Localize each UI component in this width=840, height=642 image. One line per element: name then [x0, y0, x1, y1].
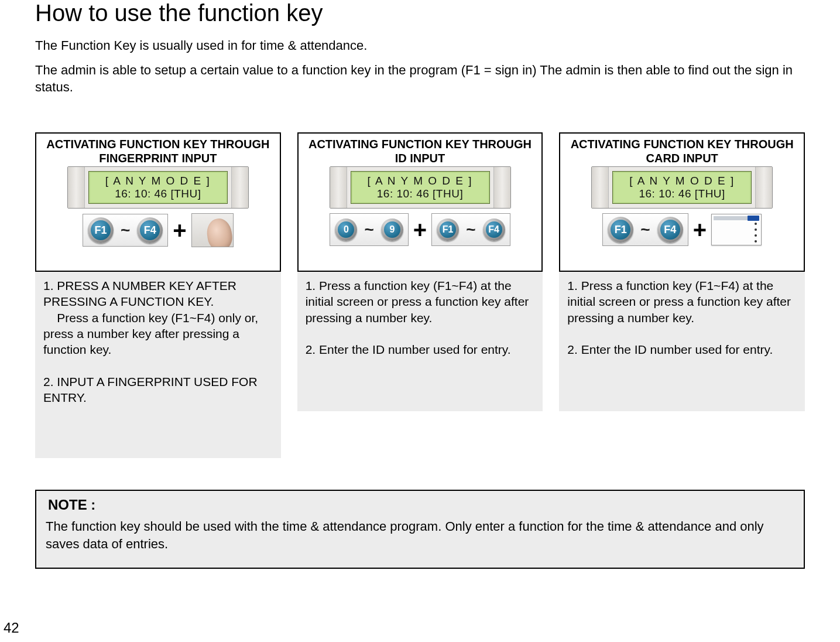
key-f4: F4 [137, 217, 163, 243]
column-id: ACTIVATING FUNCTION KEY THROUGH ID INPUT… [297, 132, 543, 458]
tilde-icon: ~ [638, 220, 652, 239]
page-title: How to use the function key [35, 0, 805, 26]
lcd-device: [ A N Y M O D E ] 16: 10: 46 [THU] [591, 166, 773, 209]
keygroup-0-9: 0 ~ 9 [330, 213, 408, 246]
lcd-screen: [ A N Y M O D E ] 16: 10: 46 [THU] [351, 171, 490, 204]
key-9: 9 [381, 218, 403, 241]
lcd-line1: [ A N Y M O D E ] [629, 175, 735, 187]
page-number: 42 [4, 620, 19, 636]
lcd-line2: 16: 10: 46 [THU] [377, 187, 463, 200]
panel-card: ACTIVATING FUNCTION KEY THROUGH CARD INP… [559, 132, 805, 272]
keygroup-f1-f4: F1 ~ F4 [602, 213, 688, 246]
lcd-screen: [ A N Y M O D E ] 16: 10: 46 [THU] [88, 171, 228, 204]
card-dots-icon [755, 223, 759, 243]
plus-icon: + [692, 218, 708, 241]
note-box: NOTE : The function key should be used w… [35, 490, 805, 569]
key-f4: F4 [657, 217, 683, 243]
lcd-line2: 16: 10: 46 [THU] [639, 187, 725, 200]
lcd-screen: [ A N Y M O D E ] 16: 10: 46 [THU] [612, 171, 752, 204]
plus-icon: + [172, 218, 187, 242]
intro-paragraph-1: The Function Key is usually used in for … [35, 37, 805, 54]
lcd-device: [ A N Y M O D E ] 16: 10: 46 [THU] [330, 166, 511, 209]
key-f4: F4 [483, 218, 505, 241]
key-f4-label: F4 [486, 221, 502, 238]
lcd-line1: [ A N Y M O D E ] [367, 175, 472, 187]
columns: ACTIVATING FUNCTION KEY THROUGH FINGERPR… [35, 132, 805, 458]
id-card-icon [711, 214, 762, 245]
panel-title-card: ACTIVATING FUNCTION KEY THROUGH CARD INP… [564, 137, 800, 165]
plus-icon: + [412, 218, 428, 241]
lcd-device: [ A N Y M O D E ] 16: 10: 46 [THU] [67, 166, 249, 209]
column-fingerprint: ACTIVATING FUNCTION KEY THROUGH FINGERPR… [35, 132, 281, 458]
key-f1: F1 [88, 217, 114, 243]
panel-title-id: ACTIVATING FUNCTION KEY THROUGH ID INPUT [302, 137, 539, 165]
panel-fingerprint: ACTIVATING FUNCTION KEY THROUGH FINGERPR… [35, 132, 281, 272]
fingerprint-icon [191, 213, 234, 247]
tilde-icon: ~ [118, 221, 132, 240]
panel-title-fingerprint: ACTIVATING FUNCTION KEY THROUGH FINGERPR… [40, 137, 276, 165]
steps-fingerprint: 1. PRESS A NUMBER KEY AFTER PRESSING A F… [35, 272, 281, 458]
key-0: 0 [335, 218, 357, 241]
key-9-label: 9 [384, 221, 400, 238]
lcd-line1: [ A N Y M O D E ] [105, 175, 211, 187]
keygroup-f1-f4: F1 ~ F4 [83, 214, 168, 247]
page: How to use the function key The Function… [0, 0, 840, 642]
key-f1-label: F1 [91, 220, 111, 240]
card-brand-icon [748, 216, 759, 221]
intro-paragraph-2: The admin is able to setup a certain val… [35, 62, 805, 96]
tilde-icon: ~ [362, 220, 376, 239]
key-f4-label: F4 [660, 220, 680, 240]
tilde-icon: ~ [464, 220, 478, 239]
column-card: ACTIVATING FUNCTION KEY THROUGH CARD INP… [559, 132, 805, 458]
lcd-line2: 16: 10: 46 [THU] [115, 187, 201, 200]
steps-card: 1. Press a function key (F1~F4) at the i… [559, 272, 805, 411]
note-label: NOTE : [48, 497, 794, 513]
key-f1: F1 [608, 217, 633, 243]
action-row-fingerprint: F1 ~ F4 + [40, 213, 276, 247]
panel-id: ACTIVATING FUNCTION KEY THROUGH ID INPUT… [297, 132, 543, 272]
action-row-id: 0 ~ 9 + F1 ~ F4 [302, 213, 539, 246]
key-f1: F1 [437, 218, 459, 241]
keygroup-f1-f4: F1 ~ F4 [431, 213, 510, 246]
action-row-card: F1 ~ F4 + [564, 213, 800, 246]
note-text: The function key should be used with the… [46, 518, 794, 552]
steps-id: 1. Press a function key (F1~F4) at the i… [297, 272, 543, 411]
